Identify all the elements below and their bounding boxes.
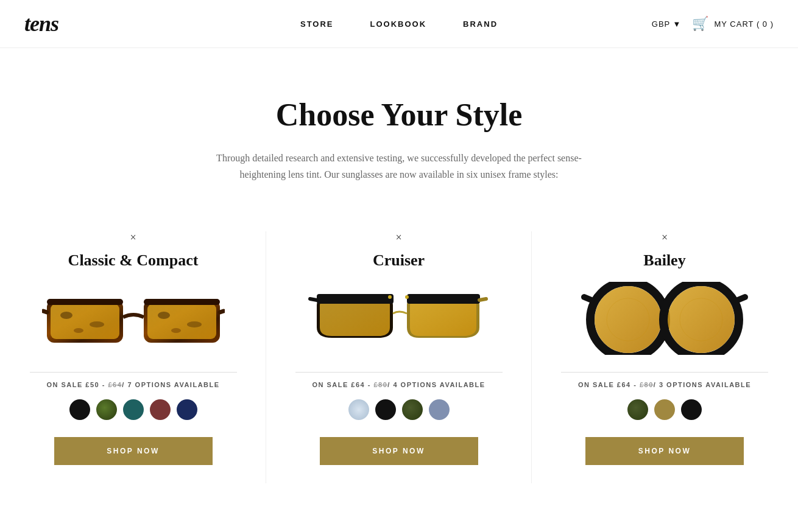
site-header: tens STORE LOOKBOOK BRAND GBP ▼ 🛒 MY CAR… <box>0 0 798 48</box>
svg-point-12 <box>187 321 202 327</box>
close-icon[interactable]: × <box>662 231 668 244</box>
product-image-cruiser <box>308 282 490 361</box>
product-divider <box>295 372 503 373</box>
svg-line-18 <box>310 299 317 300</box>
hero-description: Through detailed research and extensive … <box>216 150 582 183</box>
cart-label: MY CART ( 0 ) <box>714 19 774 29</box>
svg-rect-3 <box>147 304 216 339</box>
close-icon[interactable]: × <box>130 231 136 244</box>
nav-lookbook[interactable]: LOOKBOOK <box>370 19 427 29</box>
swatch-blue-grey[interactable] <box>429 399 450 420</box>
product-image-bailey <box>573 282 756 361</box>
svg-line-5 <box>220 311 224 312</box>
product-divider <box>30 372 237 373</box>
swatch-dark-green[interactable] <box>402 399 423 420</box>
color-swatches-classic <box>69 399 197 420</box>
swatch-black[interactable] <box>69 399 90 420</box>
svg-point-16 <box>388 295 392 299</box>
hero-title: Choose Your Style <box>24 97 774 133</box>
svg-line-24 <box>584 297 591 300</box>
svg-rect-15 <box>407 294 480 304</box>
swatch-black[interactable] <box>375 399 396 420</box>
svg-point-21 <box>595 286 662 353</box>
svg-point-11 <box>158 312 170 319</box>
shop-now-button-bailey[interactable]: SHOP NOW <box>585 437 744 465</box>
swatch-dark-green[interactable] <box>627 399 648 420</box>
product-card-classic: × Classic & Compact <box>1 231 266 483</box>
color-swatches-cruiser <box>348 399 450 420</box>
svg-rect-1 <box>51 304 119 339</box>
swatch-green[interactable] <box>96 399 117 420</box>
product-name-classic: Classic & Compact <box>68 251 199 270</box>
svg-line-25 <box>738 297 745 300</box>
svg-line-4 <box>43 311 47 312</box>
cart-button[interactable]: 🛒 MY CART ( 0 ) <box>692 16 774 32</box>
swatch-black[interactable] <box>681 399 702 420</box>
svg-point-10 <box>74 328 83 333</box>
svg-point-8 <box>60 312 72 319</box>
product-card-bailey: × Bailey <box>532 231 797 483</box>
color-swatches-bailey <box>627 399 702 420</box>
swatch-red[interactable] <box>150 399 171 420</box>
product-image-classic <box>42 282 225 361</box>
nav-brand[interactable]: BRAND <box>463 19 498 29</box>
products-section: × Classic & Compact <box>0 207 798 495</box>
product-card-cruiser: × Cruiser <box>266 231 532 483</box>
swatch-teal[interactable] <box>123 399 144 420</box>
svg-point-23 <box>668 286 735 353</box>
svg-point-13 <box>171 328 181 333</box>
site-logo[interactable]: tens <box>24 11 58 37</box>
header-right: GBP ▼ 🛒 MY CART ( 0 ) <box>652 16 774 32</box>
swatch-gold[interactable] <box>654 399 675 420</box>
currency-selector[interactable]: GBP ▼ <box>652 19 682 29</box>
product-price-cruiser: ON SALE £64 - £80/ 4 OPTIONS AVAILABLE <box>312 381 485 388</box>
product-divider <box>561 372 768 373</box>
hero-section: Choose Your Style Through detailed resea… <box>0 48 798 207</box>
svg-point-17 <box>405 295 409 299</box>
svg-rect-7 <box>144 299 220 305</box>
main-nav: STORE LOOKBOOK BRAND <box>300 19 498 29</box>
swatch-navy[interactable] <box>177 399 197 420</box>
shop-now-button-classic[interactable]: SHOP NOW <box>54 437 213 465</box>
product-name-bailey: Bailey <box>643 251 685 270</box>
svg-rect-14 <box>317 294 394 304</box>
svg-point-9 <box>90 321 104 327</box>
cart-icon: 🛒 <box>692 16 709 32</box>
product-price-bailey: ON SALE £64 - £80/ 3 OPTIONS AVAILABLE <box>578 381 751 388</box>
svg-rect-6 <box>47 299 123 305</box>
shop-now-button-cruiser[interactable]: SHOP NOW <box>320 437 478 465</box>
svg-line-19 <box>479 299 486 300</box>
close-icon[interactable]: × <box>395 231 401 244</box>
product-name-cruiser: Cruiser <box>373 251 425 270</box>
product-price-classic: ON SALE £50 - £64/ 7 OPTIONS AVAILABLE <box>46 381 219 388</box>
swatch-light-blue[interactable] <box>348 399 369 420</box>
nav-store[interactable]: STORE <box>300 19 334 29</box>
